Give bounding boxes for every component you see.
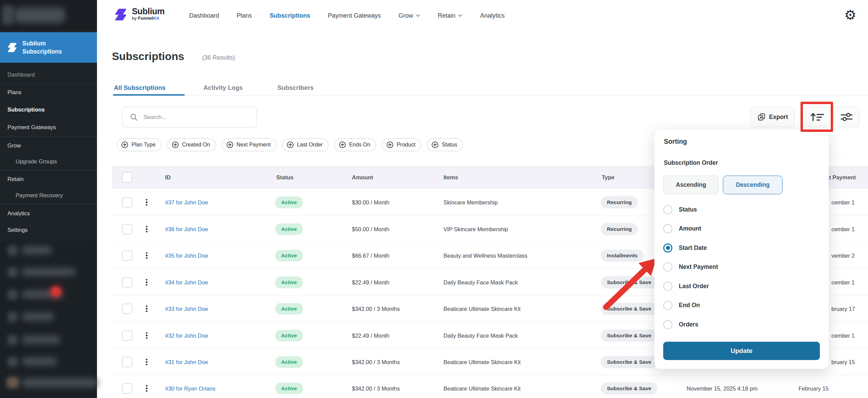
sort-option[interactable]: Last Order <box>663 279 709 293</box>
sublium-logo-icon <box>6 41 18 54</box>
status-badge: Active <box>275 197 303 208</box>
status-badge: Active <box>275 303 303 315</box>
type-badge: Recurring <box>601 223 638 235</box>
blurred-label <box>22 268 76 276</box>
row-menu-kebab-icon[interactable] <box>146 279 147 286</box>
row-checkbox[interactable] <box>122 304 132 314</box>
status-badge: Active <box>275 277 303 288</box>
blurred-label <box>22 246 52 254</box>
sliders-icon <box>840 111 853 123</box>
sort-option[interactable]: Status <box>663 203 697 216</box>
subscription-id-link[interactable]: #36 for John Doe <box>165 226 208 232</box>
radio-button[interactable] <box>663 205 672 214</box>
items-cell: Daily Beauty Face Mask Pack <box>443 279 518 285</box>
items-cell: Skincare Membership <box>443 199 498 205</box>
subscription-id-link[interactable]: #32 for John Doe <box>165 332 208 339</box>
blurred-icon <box>7 290 18 300</box>
table-row: #30 for Ryan Ortans Active $342.00 / 3 M… <box>0 375 868 398</box>
subscription-id-link[interactable]: #30 for Ryan Ortans <box>165 385 216 392</box>
sort-option-label: End On <box>679 302 700 309</box>
row-menu-kebab-icon[interactable] <box>146 199 147 206</box>
row-menu-kebab-icon[interactable] <box>146 385 147 392</box>
update-button[interactable]: Update <box>663 342 820 360</box>
row-menu-kebab-icon[interactable] <box>146 252 147 259</box>
subscription-id-link[interactable]: #34 for John Doe <box>165 279 208 285</box>
row-menu-kebab-icon[interactable] <box>146 226 147 233</box>
sort-option-label: Start Date <box>679 244 707 252</box>
blurred-label <box>22 357 57 365</box>
type-badge: Subscribe & Save <box>601 382 657 395</box>
radio-button[interactable] <box>663 320 672 329</box>
sidebar-top-blurred-item <box>0 0 97 30</box>
sidebar-divider <box>0 83 97 84</box>
row-menu-kebab-icon[interactable] <box>146 305 147 312</box>
row-checkbox[interactable] <box>122 331 132 341</box>
row-menu-kebab-icon[interactable] <box>146 359 147 365</box>
sidebar-item-analytics[interactable]: Analytics <box>7 206 30 220</box>
items-cell: Beaticare Ultimate Skincare Kit <box>443 385 520 392</box>
sort-option[interactable]: Orders <box>663 318 698 331</box>
sidebar-item-upgrade-groups[interactable]: Upgrade Groups <box>16 155 57 168</box>
items-cell: Beaticare Ultimate Skincare Kit <box>443 305 520 312</box>
amount-cell: $342.00 / 3 Months <box>352 385 400 392</box>
blurred-icon <box>7 335 18 345</box>
sidebar-divider <box>0 136 97 137</box>
radio-button[interactable] <box>663 224 672 233</box>
descending-button[interactable]: Descending <box>723 176 783 194</box>
next-payment-cell: February 15 <box>798 385 829 392</box>
sort-option[interactable]: Amount <box>663 222 701 235</box>
sidebar-item-sublium-subscriptions[interactable]: Sublium Subscriptions <box>0 32 97 63</box>
next-payment-cell: vember 2 <box>831 252 855 259</box>
amount-cell: $66.67 / Month <box>352 252 389 259</box>
next-payment-cell: bruary 15 <box>831 359 855 365</box>
next-payment-cell: cember 1 <box>831 332 855 339</box>
ascending-button[interactable]: Ascending <box>663 176 719 194</box>
radio-button[interactable] <box>663 301 672 310</box>
notification-badge <box>51 286 61 297</box>
sort-option[interactable]: End On <box>663 298 700 312</box>
sidebar-item-settings[interactable]: Settings <box>7 223 28 237</box>
row-checkbox[interactable] <box>122 383 132 394</box>
sidebar-item-subscriptions[interactable]: Subscriptions <box>7 103 45 116</box>
export-button[interactable]: Export <box>750 107 795 127</box>
row-checkbox[interactable] <box>122 251 132 261</box>
sidebar-item-dashboard[interactable]: Dashboard <box>7 68 35 81</box>
radio-button[interactable] <box>663 282 672 291</box>
filter-settings-button[interactable] <box>834 106 860 127</box>
items-cell: VIP Skincare Membership <box>443 226 508 232</box>
sort-option[interactable]: Start Date <box>663 241 707 255</box>
blurred-label <box>22 313 54 321</box>
blurred-icon <box>2 5 14 24</box>
sort-option-label: Status <box>679 206 697 213</box>
amount-cell: $22.49 / Month <box>352 332 389 339</box>
sort-option[interactable]: Next Payment <box>663 260 718 274</box>
row-checkbox[interactable] <box>122 357 132 367</box>
type-badge: Subscribe & Save <box>601 303 657 315</box>
subscription-id-link[interactable]: #37 for John Doe <box>165 199 208 205</box>
sort-option-label: Next Payment <box>679 263 718 271</box>
sidebar-item-payment-gateways[interactable]: Payment Gateways <box>7 120 56 134</box>
subscription-id-link[interactable]: #31 for John Doe <box>165 359 208 365</box>
subscription-id-link[interactable]: #35 for John Doe <box>165 252 208 259</box>
type-badge: Recurring <box>601 196 638 208</box>
next-payment-cell: cember 1 <box>831 199 855 205</box>
radio-button[interactable] <box>663 262 672 272</box>
sidebar-item-retain[interactable]: Retain <box>7 172 24 186</box>
app-canvas: Sublium Subscriptions Dashboard Plans Su… <box>0 0 868 398</box>
blurred-icon <box>7 357 18 367</box>
row-menu-kebab-icon[interactable] <box>146 332 147 339</box>
sidebar-item-plans[interactable]: Plans <box>7 85 21 99</box>
row-checkbox[interactable] <box>122 277 132 287</box>
sidebar-item-grow[interactable]: Grow <box>7 139 21 152</box>
status-badge: Active <box>275 223 303 235</box>
sidebar-item-payment-recovery[interactable]: Payment Recovery <box>16 188 63 202</box>
amount-cell: $30.00 / Month <box>352 199 389 205</box>
row-checkbox[interactable] <box>122 224 132 234</box>
type-badge: Installments <box>601 250 644 262</box>
sidebar-divider <box>0 204 97 204</box>
radio-button[interactable] <box>663 243 672 253</box>
row-checkbox[interactable] <box>122 197 132 207</box>
sidebar-active-line2: Subscriptions <box>22 47 62 56</box>
subscription-id-link[interactable]: #33 for John Doe <box>165 305 208 312</box>
status-badge: Active <box>275 250 303 261</box>
